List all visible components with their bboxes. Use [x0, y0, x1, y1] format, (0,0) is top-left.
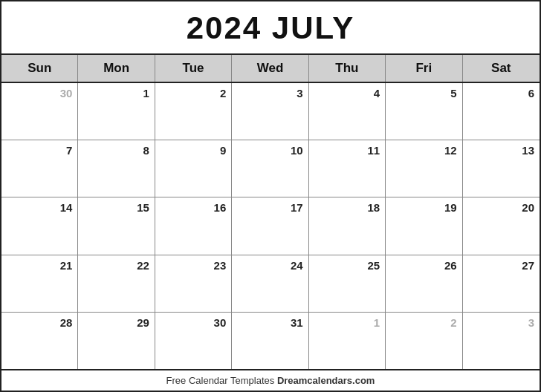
- day-cell-w4-d6[interactable]: 26: [386, 255, 462, 312]
- footer-label: Free Calendar Templates: [166, 375, 277, 386]
- day-cell-w2-d5[interactable]: 11: [309, 140, 386, 197]
- calendar-grid: SunMonTueWedThuFriSat 301234567891011121…: [1, 55, 540, 370]
- day-cell-w3-d3[interactable]: 16: [155, 197, 232, 254]
- day-cell-w5-d1[interactable]: 28: [1, 313, 78, 369]
- week-row-1: 30123456: [1, 83, 540, 140]
- week-row-3: 14151617181920: [1, 197, 540, 255]
- day-cell-w1-d1[interactable]: 30: [1, 83, 78, 140]
- footer-brand: Dreamcalendars.com: [277, 375, 375, 386]
- day-cell-w4-d3[interactable]: 23: [155, 255, 232, 312]
- day-cell-w4-d4[interactable]: 24: [232, 255, 308, 312]
- day-cell-w2-d4[interactable]: 10: [232, 140, 308, 197]
- day-cell-w5-d4[interactable]: 31: [232, 313, 308, 369]
- day-cell-w5-d5[interactable]: 1: [309, 313, 386, 369]
- day-header-thu: Thu: [309, 55, 386, 82]
- day-cell-w1-d2[interactable]: 1: [78, 83, 155, 140]
- day-cell-w4-d7[interactable]: 27: [463, 255, 540, 312]
- week-row-5: 28293031123: [1, 313, 540, 369]
- day-header-wed: Wed: [232, 55, 308, 82]
- day-header-fri: Fri: [386, 55, 462, 82]
- day-cell-w1-d5[interactable]: 4: [309, 83, 386, 140]
- day-cell-w5-d6[interactable]: 2: [386, 313, 462, 369]
- day-cell-w4-d2[interactable]: 22: [78, 255, 155, 312]
- day-cell-w4-d1[interactable]: 21: [1, 255, 78, 312]
- day-header-sat: Sat: [463, 55, 540, 82]
- day-cell-w1-d7[interactable]: 6: [463, 83, 540, 140]
- calendar-title: 2024 JULY: [1, 1, 540, 55]
- weeks-container: 3012345678910111213141516171819202122232…: [1, 83, 540, 369]
- day-cell-w1-d3[interactable]: 2: [155, 83, 232, 140]
- day-cell-w3-d1[interactable]: 14: [1, 197, 78, 254]
- week-row-2: 78910111213: [1, 140, 540, 197]
- day-headers-row: SunMonTueWedThuFriSat: [1, 55, 540, 83]
- day-cell-w5-d3[interactable]: 30: [155, 313, 232, 369]
- day-cell-w3-d7[interactable]: 20: [463, 197, 540, 254]
- day-cell-w2-d1[interactable]: 7: [1, 140, 78, 197]
- day-cell-w1-d4[interactable]: 3: [232, 83, 308, 140]
- day-cell-w3-d5[interactable]: 18: [309, 197, 386, 254]
- day-cell-w2-d6[interactable]: 12: [386, 140, 462, 197]
- day-header-sun: Sun: [1, 55, 78, 82]
- day-header-mon: Mon: [78, 55, 155, 82]
- footer: Free Calendar Templates Dreamcalendars.c…: [1, 370, 540, 391]
- day-cell-w2-d7[interactable]: 13: [463, 140, 540, 197]
- day-cell-w5-d2[interactable]: 29: [78, 313, 155, 369]
- day-cell-w1-d6[interactable]: 5: [386, 83, 462, 140]
- day-cell-w3-d2[interactable]: 15: [78, 197, 155, 254]
- day-cell-w2-d2[interactable]: 8: [78, 140, 155, 197]
- day-cell-w5-d7[interactable]: 3: [463, 313, 540, 369]
- day-header-tue: Tue: [155, 55, 232, 82]
- day-cell-w3-d6[interactable]: 19: [386, 197, 462, 254]
- day-cell-w3-d4[interactable]: 17: [232, 197, 308, 254]
- week-row-4: 21222324252627: [1, 255, 540, 313]
- day-cell-w2-d3[interactable]: 9: [155, 140, 232, 197]
- day-cell-w4-d5[interactable]: 25: [309, 255, 386, 312]
